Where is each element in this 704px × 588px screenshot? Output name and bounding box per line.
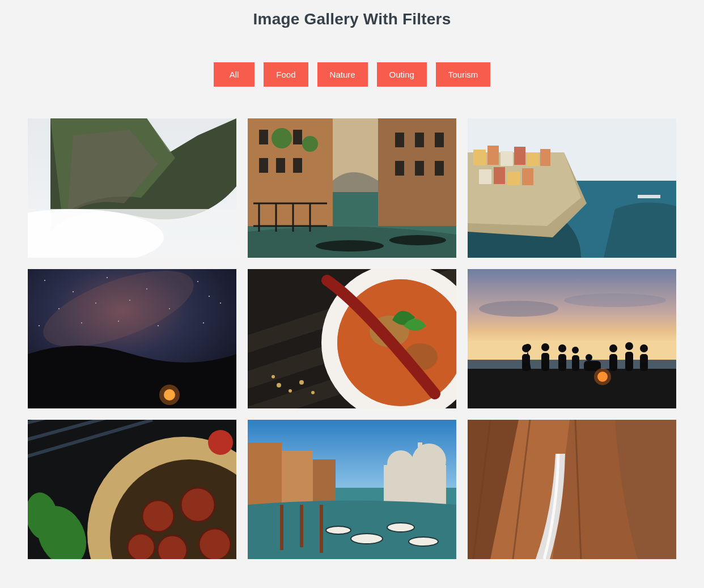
svg-rect-82 xyxy=(522,354,530,371)
svg-point-83 xyxy=(522,344,530,352)
svg-rect-6 xyxy=(333,118,378,181)
svg-point-44 xyxy=(44,280,45,281)
svg-rect-35 xyxy=(514,147,525,165)
svg-rect-13 xyxy=(293,158,302,173)
svg-rect-39 xyxy=(494,167,505,184)
svg-rect-12 xyxy=(276,158,285,173)
svg-point-108 xyxy=(199,529,231,559)
gallery-item[interactable] xyxy=(248,269,456,408)
svg-rect-42 xyxy=(638,195,660,198)
svg-point-59 xyxy=(203,322,204,323)
svg-rect-32 xyxy=(473,150,486,165)
gallery-item[interactable] xyxy=(28,118,236,258)
svg-point-55 xyxy=(39,325,40,326)
svg-point-73 xyxy=(289,389,292,393)
svg-point-45 xyxy=(73,291,74,292)
svg-rect-17 xyxy=(395,161,404,176)
svg-point-27 xyxy=(389,235,446,245)
svg-point-49 xyxy=(220,302,221,304)
svg-point-121 xyxy=(412,444,446,478)
svg-point-72 xyxy=(277,383,281,387)
svg-rect-116 xyxy=(248,442,282,505)
svg-rect-18 xyxy=(415,161,424,176)
svg-rect-37 xyxy=(540,149,550,166)
svg-point-109 xyxy=(158,535,187,559)
svg-rect-117 xyxy=(282,451,313,505)
svg-rect-15 xyxy=(415,133,424,147)
gallery-item[interactable] xyxy=(468,118,676,258)
filter-nature-button[interactable]: Nature xyxy=(317,62,368,87)
svg-rect-92 xyxy=(609,354,617,371)
svg-rect-36 xyxy=(527,152,539,166)
svg-rect-14 xyxy=(395,133,404,147)
svg-rect-41 xyxy=(522,168,533,185)
page-title: Image Gallery With Filters xyxy=(0,0,704,62)
svg-point-107 xyxy=(181,488,215,522)
svg-point-48 xyxy=(197,281,198,282)
svg-point-113 xyxy=(208,430,233,455)
svg-point-46 xyxy=(107,277,108,278)
svg-rect-8 xyxy=(259,130,268,144)
svg-point-95 xyxy=(625,342,633,350)
svg-point-89 xyxy=(572,347,579,353)
svg-point-62 xyxy=(159,385,180,405)
svg-point-124 xyxy=(387,523,414,532)
svg-point-26 xyxy=(316,240,384,252)
svg-rect-122 xyxy=(418,442,422,462)
svg-rect-19 xyxy=(435,161,444,176)
svg-point-85 xyxy=(541,343,549,351)
svg-rect-33 xyxy=(487,146,499,165)
filter-food-button[interactable]: Food xyxy=(264,62,308,87)
svg-rect-118 xyxy=(313,459,336,505)
gallery-item[interactable] xyxy=(468,420,676,559)
svg-rect-11 xyxy=(259,158,268,173)
svg-point-74 xyxy=(299,380,304,385)
svg-point-75 xyxy=(311,391,315,394)
svg-rect-40 xyxy=(507,172,520,185)
svg-point-28 xyxy=(272,128,292,148)
svg-point-110 xyxy=(128,534,155,559)
svg-point-93 xyxy=(609,344,617,352)
svg-rect-84 xyxy=(541,353,549,371)
svg-rect-10 xyxy=(293,130,302,144)
gallery-grid xyxy=(0,118,704,570)
svg-point-79 xyxy=(564,293,666,307)
gallery-item[interactable] xyxy=(28,420,236,559)
svg-rect-94 xyxy=(625,352,633,371)
svg-point-106 xyxy=(142,500,174,532)
svg-point-29 xyxy=(302,136,318,152)
svg-point-91 xyxy=(586,354,592,361)
svg-rect-81 xyxy=(468,369,676,408)
gallery-item[interactable] xyxy=(248,420,456,559)
svg-point-123 xyxy=(351,534,383,544)
svg-rect-86 xyxy=(558,354,566,371)
filter-bar: All Food Nature Outing Tourism xyxy=(0,62,704,118)
svg-point-126 xyxy=(409,537,438,546)
filter-all-button[interactable]: All xyxy=(214,62,255,87)
svg-point-125 xyxy=(326,526,351,534)
svg-point-99 xyxy=(594,368,611,385)
filter-outing-button[interactable]: Outing xyxy=(377,62,427,87)
svg-rect-96 xyxy=(640,354,648,371)
svg-rect-34 xyxy=(501,151,513,166)
svg-rect-16 xyxy=(435,133,444,147)
svg-point-76 xyxy=(272,375,275,378)
filter-tourism-button[interactable]: Tourism xyxy=(436,62,491,87)
gallery-item[interactable] xyxy=(248,118,456,258)
gallery-item[interactable] xyxy=(468,269,676,408)
svg-point-120 xyxy=(387,450,414,478)
svg-rect-88 xyxy=(572,355,579,371)
svg-point-87 xyxy=(558,344,566,352)
gallery-item[interactable] xyxy=(28,269,236,408)
svg-point-97 xyxy=(640,344,648,352)
svg-point-54 xyxy=(209,296,210,297)
svg-rect-38 xyxy=(479,169,491,184)
svg-point-78 xyxy=(479,301,558,317)
svg-point-58 xyxy=(158,325,159,326)
